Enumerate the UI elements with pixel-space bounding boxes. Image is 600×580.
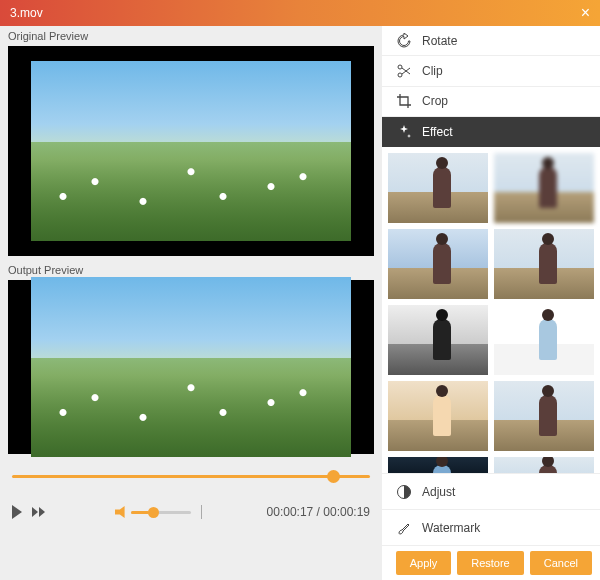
volume-end-marker <box>201 505 202 519</box>
timecode: 00:00:17 / 00:00:19 <box>267 505 370 519</box>
volume-icon[interactable] <box>115 506 127 518</box>
effect-preset[interactable] <box>388 305 488 375</box>
tool-label: Watermark <box>422 521 480 535</box>
action-buttons: Apply Restore Cancel <box>382 546 600 580</box>
tool-label: Clip <box>422 64 443 78</box>
adjust-icon <box>396 484 412 500</box>
fast-forward-icon[interactable] <box>32 507 45 517</box>
effects-grid <box>382 147 600 473</box>
tool-clip[interactable]: Clip <box>382 56 600 86</box>
tool-adjust[interactable]: Adjust <box>382 474 600 510</box>
file-name: 3.mov <box>10 6 43 20</box>
effect-preset[interactable] <box>388 381 488 451</box>
sparkle-icon <box>396 124 412 140</box>
crop-icon <box>396 93 412 109</box>
tool-effect[interactable]: Effect <box>382 117 600 147</box>
tool-label: Rotate <box>422 34 457 48</box>
preview-panel: Original Preview Output Preview 00:00:17… <box>0 26 382 580</box>
effect-preset[interactable] <box>388 457 488 473</box>
tool-label: Effect <box>422 125 452 139</box>
play-icon[interactable] <box>12 505 22 519</box>
rotate-icon <box>396 33 412 49</box>
tool-rotate[interactable]: Rotate <box>382 26 600 56</box>
tool-crop[interactable]: Crop <box>382 87 600 117</box>
effect-preset[interactable] <box>494 229 594 299</box>
effect-preset[interactable] <box>494 457 594 473</box>
effect-preset[interactable] <box>388 153 488 223</box>
apply-button[interactable]: Apply <box>396 551 452 575</box>
effect-preset[interactable] <box>388 229 488 299</box>
svg-point-0 <box>398 65 402 69</box>
original-preview <box>8 46 374 256</box>
tool-label: Crop <box>422 94 448 108</box>
svg-point-1 <box>398 73 402 77</box>
effect-preset[interactable] <box>494 153 594 223</box>
playback-controls: 00:00:17 / 00:00:19 <box>0 490 382 534</box>
playback-slider[interactable] <box>12 464 370 490</box>
tools-panel: Rotate Clip Crop Effect <box>382 26 600 580</box>
tool-watermark[interactable]: Watermark <box>382 510 600 546</box>
restore-button[interactable]: Restore <box>457 551 524 575</box>
close-icon[interactable]: × <box>581 4 590 22</box>
effect-preset[interactable] <box>494 305 594 375</box>
brush-icon <box>396 520 412 536</box>
output-preview <box>8 280 374 454</box>
original-preview-label: Original Preview <box>0 26 382 46</box>
effect-preset[interactable] <box>494 381 594 451</box>
tool-label: Adjust <box>422 485 455 499</box>
scissors-icon <box>396 63 412 79</box>
volume-slider[interactable] <box>131 511 191 514</box>
cancel-button[interactable]: Cancel <box>530 551 592 575</box>
title-bar: 3.mov × <box>0 0 600 26</box>
